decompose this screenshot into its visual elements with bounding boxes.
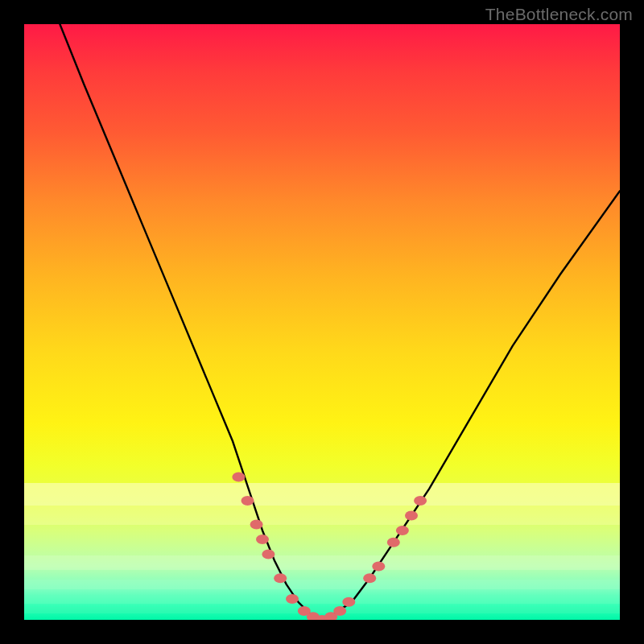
marker-dot — [396, 526, 409, 535]
marker-dot — [372, 561, 385, 571]
marker-dot — [242, 496, 254, 506]
marker-dot — [274, 573, 287, 583]
marker-dot — [333, 606, 346, 616]
gradient-band — [24, 483, 620, 506]
marker-dot — [414, 496, 427, 506]
marker-dot — [307, 612, 320, 620]
marker-dot — [363, 573, 376, 583]
chart-frame: TheBottleneck.com — [0, 0, 644, 644]
gradient-band — [24, 580, 620, 589]
marker-dot — [262, 550, 275, 559]
marker-dot — [405, 511, 418, 521]
marker-group — [232, 472, 427, 620]
gradient-band — [24, 555, 620, 570]
marker-dot — [324, 612, 337, 620]
marker-dot — [250, 520, 263, 530]
plot-area — [24, 24, 620, 620]
marker-dot — [286, 594, 299, 604]
gradient-band — [24, 506, 620, 525]
marker-dot — [387, 538, 400, 547]
gradient-band — [24, 607, 620, 613]
marker-dot — [256, 535, 269, 544]
marker-dot — [342, 597, 355, 607]
marker-dot — [316, 615, 328, 620]
gradient-band — [24, 596, 620, 604]
marker-dot — [232, 472, 245, 481]
marker-dot — [298, 606, 311, 616]
curve-layer — [24, 24, 620, 620]
bottleneck-curve — [60, 24, 620, 620]
watermark-text: TheBottleneck.com — [485, 5, 633, 24]
